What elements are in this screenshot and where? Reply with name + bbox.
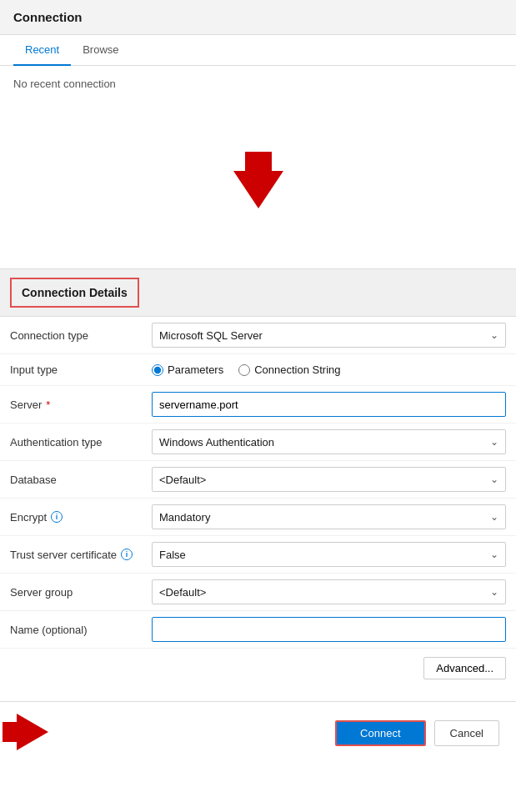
tab-recent[interactable]: Recent [13, 35, 71, 66]
database-label: Database [10, 474, 152, 486]
input-type-label: Input type [10, 363, 152, 376]
radio-connection-string[interactable]: Connection String [238, 363, 340, 376]
database-row: Database <Default> ⌄ [0, 461, 516, 499]
chevron-down-icon: ⌄ [490, 586, 498, 598]
auth-type-select[interactable]: Windows Authentication ⌄ [152, 429, 506, 454]
radio-parameters-input[interactable] [152, 364, 163, 376]
connection-details-header: Connection Details [10, 278, 139, 308]
database-select[interactable]: <Default> ⌄ [152, 467, 506, 492]
chevron-down-icon: ⌄ [490, 329, 498, 341]
connect-button[interactable]: Connect [335, 720, 425, 746]
tabs-row: Recent Browse [0, 35, 516, 66]
trust-cert-control: False ⌄ [152, 542, 506, 567]
server-group-control: <Default> ⌄ [152, 579, 506, 604]
required-indicator: * [46, 398, 50, 411]
input-type-control: Parameters Connection String [152, 363, 506, 376]
window-title: Connection [13, 10, 83, 24]
server-control [152, 392, 506, 417]
chevron-down-icon: ⌄ [490, 549, 498, 560]
server-group-select[interactable]: <Default> ⌄ [152, 579, 506, 604]
right-arrow-icon [17, 714, 48, 750]
auth-type-control: Windows Authentication ⌄ [152, 429, 506, 454]
name-optional-control [152, 617, 506, 642]
chevron-down-icon: ⌄ [490, 436, 498, 448]
encrypt-row: Encrypt i Mandatory ⌄ [0, 499, 516, 536]
name-optional-input[interactable] [152, 617, 506, 642]
down-arrow-area [0, 102, 516, 268]
encrypt-label: Encrypt i [10, 511, 152, 524]
form-area: Connection type Microsoft SQL Server ⌄ I… [0, 317, 516, 694]
chevron-down-icon: ⌄ [490, 511, 498, 523]
encrypt-info-icon[interactable]: i [51, 511, 63, 523]
input-type-radio-group: Parameters Connection String [152, 363, 506, 376]
server-row: Server * [0, 386, 516, 424]
action-buttons: Connect Cancel [335, 720, 499, 746]
server-input[interactable] [152, 392, 506, 417]
advanced-row: Advanced... [0, 649, 516, 688]
bottom-actions-bar: Connect Cancel [0, 701, 516, 764]
name-optional-row: Name (optional) [0, 611, 516, 649]
advanced-button[interactable]: Advanced... [423, 657, 506, 679]
no-recent-message: No recent connection [0, 66, 516, 102]
database-control: <Default> ⌄ [152, 467, 506, 492]
right-arrow-container [17, 714, 48, 753]
encrypt-select[interactable]: Mandatory ⌄ [152, 504, 506, 529]
encrypt-control: Mandatory ⌄ [152, 504, 506, 529]
connection-type-row: Connection type Microsoft SQL Server ⌄ [0, 317, 516, 354]
connection-type-label: Connection type [10, 329, 152, 342]
trust-cert-select[interactable]: False ⌄ [152, 542, 506, 567]
section-header-row: Connection Details [0, 268, 516, 317]
server-label: Server * [10, 398, 152, 411]
auth-type-label: Authentication type [10, 436, 152, 449]
title-bar: Connection [0, 0, 516, 35]
tab-browse[interactable]: Browse [71, 35, 130, 66]
trust-cert-label: Trust server certificate i [10, 549, 152, 561]
trust-cert-row: Trust server certificate i False ⌄ [0, 536, 516, 574]
cancel-button[interactable]: Cancel [434, 720, 499, 746]
server-group-label: Server group [10, 586, 152, 599]
radio-parameters[interactable]: Parameters [152, 363, 223, 376]
input-type-row: Input type Parameters Connection String [0, 354, 516, 386]
connection-type-control: Microsoft SQL Server ⌄ [152, 323, 506, 348]
server-group-row: Server group <Default> ⌄ [0, 574, 516, 611]
chevron-down-icon: ⌄ [490, 474, 498, 485]
name-optional-label: Name (optional) [10, 624, 152, 636]
trust-cert-info-icon[interactable]: i [121, 549, 133, 560]
radio-connection-string-input[interactable] [238, 364, 250, 376]
connection-type-select[interactable]: Microsoft SQL Server ⌄ [152, 323, 506, 348]
down-arrow-icon [233, 171, 283, 208]
auth-type-row: Authentication type Windows Authenticati… [0, 424, 516, 461]
